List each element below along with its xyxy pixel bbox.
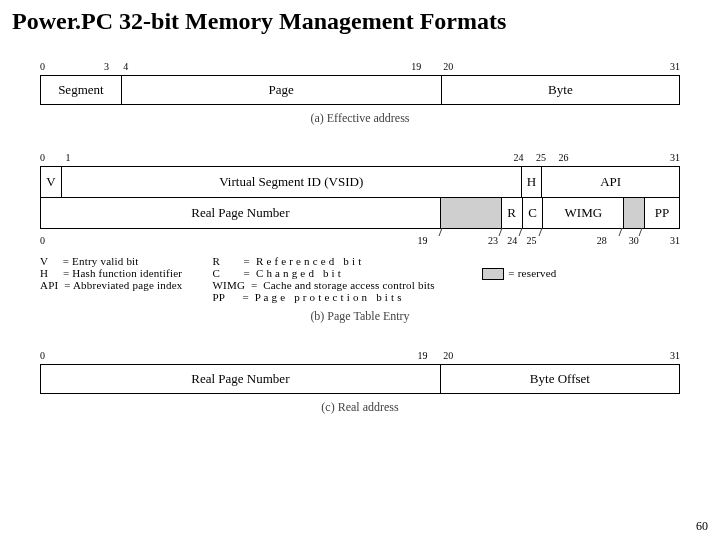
bit-4: 4 — [123, 61, 128, 72]
fig-b-word2: Real Page Number R C WIMG PP — [40, 197, 680, 229]
bit-24: 24 — [507, 235, 517, 246]
field-page: Page — [122, 76, 442, 104]
fig-b-w2-bottom-bits: 0 19 23 24 25 28 30 31 — [40, 235, 680, 249]
field-rpn: Real Page Number — [41, 198, 441, 228]
bit-26: 26 — [558, 152, 568, 163]
bit-0: 0 — [40, 61, 45, 72]
field-h: H — [522, 167, 543, 197]
reserved-swatch-icon — [482, 268, 504, 280]
bit-25: 25 — [526, 235, 536, 246]
bit-23: 23 — [488, 235, 498, 246]
field-r: R — [502, 198, 523, 228]
caption-b: (b) Page Table Entry — [40, 309, 680, 324]
bit-31: 31 — [670, 61, 680, 72]
bit-31: 31 — [670, 235, 680, 246]
legend-col-1: V = Entry valid bit H = Hash function id… — [40, 255, 182, 303]
bit-19: 19 — [418, 235, 428, 246]
field-wimg: WIMG — [543, 198, 624, 228]
bit-1: 1 — [66, 152, 71, 163]
bit-0: 0 — [40, 152, 45, 163]
bit-3: 3 — [104, 61, 109, 72]
field-api: API — [542, 167, 679, 197]
fig-b-word1: V Virtual Segment ID (VSID) H API — [40, 166, 680, 198]
fig-c-top-bits: 0 19 20 31 — [40, 350, 680, 364]
bit-31: 31 — [670, 152, 680, 163]
fig-c-bar: Real Page Number Byte Offset — [40, 364, 680, 394]
fig-a-bar: Segment Page Byte — [40, 75, 680, 105]
figure-c: 0 19 20 31 Real Page Number Byte Offset … — [40, 350, 680, 415]
legend-col-2: R = R e f e r e n c e d b i t C = C h a … — [212, 255, 434, 303]
page-title: Power.PC 32-bit Memory Management Format… — [0, 0, 720, 35]
caption-c: (c) Real address — [40, 400, 680, 415]
field-v: V — [41, 167, 62, 197]
bit-28: 28 — [597, 235, 607, 246]
field-reserved-hi — [441, 198, 502, 228]
figure-b: 0 1 24 25 26 31 V Virtual Segment ID (VS… — [40, 152, 680, 324]
legend: V = Entry valid bit H = Hash function id… — [40, 255, 680, 303]
field-pp: PP — [645, 198, 679, 228]
bit-19: 19 — [418, 350, 428, 361]
field-byte-c: Byte Offset — [441, 365, 679, 393]
page-number: 60 — [696, 519, 708, 534]
field-c: C — [523, 198, 544, 228]
legend-reserved: = reserved — [465, 255, 557, 303]
field-vsid: Virtual Segment ID (VSID) — [62, 167, 522, 197]
fig-a-top-bits: 0 3 4 19 20 31 — [40, 61, 680, 75]
figure-a: 0 3 4 19 20 31 Segment Page Byte (a) Eff… — [40, 61, 680, 126]
bit-20: 20 — [443, 61, 453, 72]
bit-20: 20 — [443, 350, 453, 361]
bit-19: 19 — [411, 61, 421, 72]
field-rpn-c: Real Page Number — [41, 365, 441, 393]
field-reserved-lo — [624, 198, 645, 228]
legend-reserved-text: = reserved — [508, 267, 556, 279]
field-byte: Byte — [442, 76, 679, 104]
bit-0: 0 — [40, 350, 45, 361]
bit-30: 30 — [629, 235, 639, 246]
fig-b-w1-top-bits: 0 1 24 25 26 31 — [40, 152, 680, 166]
bit-31: 31 — [670, 350, 680, 361]
bit-25: 25 — [536, 152, 546, 163]
caption-a: (a) Effective address — [40, 111, 680, 126]
bit-0: 0 — [40, 235, 45, 246]
bit-24: 24 — [514, 152, 524, 163]
field-segment: Segment — [41, 76, 122, 104]
